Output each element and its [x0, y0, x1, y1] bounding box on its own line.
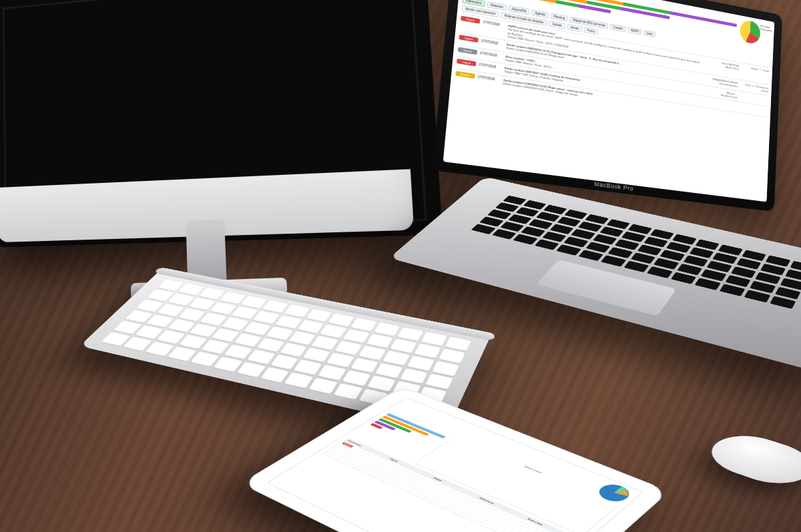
crm-row-badge: Urgent [461, 16, 480, 24]
bar-pair [533, 512, 544, 517]
crm-row-badge: Urgent [457, 59, 477, 67]
bar-pair [441, 472, 450, 476]
crm-toolbar-button[interactable]: Points [584, 27, 599, 35]
crm-row-meta [739, 115, 767, 119]
bar-pair [419, 463, 429, 467]
magic-mouse[interactable] [708, 425, 801, 492]
bar-pair [521, 507, 532, 512]
crm-row-date: 17/07/2018 [483, 19, 506, 27]
crm-app: S Simple CRM Interaction par type [443, 0, 775, 202]
ipad-body: Volume d'actif CommerciauxObjectifRéalis… [240, 386, 670, 532]
crm-row-badge: Ouvert [458, 47, 478, 55]
bar-pair [571, 528, 581, 532]
bar-pair [509, 502, 519, 507]
bar-pair [475, 487, 485, 491]
macbook-display: S Simple CRM Interaction par type [443, 0, 775, 202]
crm-row-date: 17/07/2018 [478, 74, 501, 82]
dashboard-app: Volume d'actif CommerciauxObjectifRéalis… [268, 398, 643, 532]
desk-scene: S Simple CRM Interaction par type [0, 0, 801, 532]
crm-toolbar-button[interactable]: Société [549, 21, 565, 29]
crm-row-date: 17/07/2018 [480, 50, 503, 58]
crm-row-badge: À traiter [455, 71, 475, 79]
crm-pie-chart: 4% funnel 1% de perte [740, 19, 771, 49]
crm-row-badge: Urgent [459, 35, 478, 43]
bar-pair [430, 467, 439, 471]
bar-pair [486, 492, 496, 496]
ipad-display: Volume d'actif CommerciauxObjectifRéalis… [266, 397, 643, 532]
bar-pair [497, 497, 507, 501]
crm-row-date: 17/07/2018 [481, 39, 504, 47]
bar-pair [545, 517, 556, 522]
ipad: Volume d'actif CommerciauxObjectifRéalis… [280, 360, 627, 532]
bar-pair [558, 523, 569, 527]
imac [0, 0, 427, 254]
crm-row-date: 17/07/2018 [479, 62, 502, 70]
crm-toolbar-button[interactable]: Ventes [567, 24, 582, 33]
crm-row-meta: Ventes · 7 · Points [741, 65, 769, 73]
bar-pair [452, 477, 461, 481]
bar-pair [463, 482, 473, 486]
